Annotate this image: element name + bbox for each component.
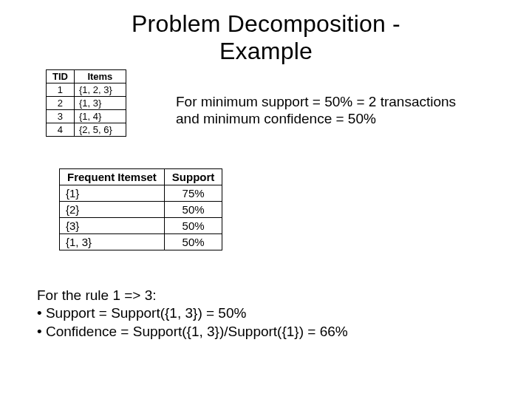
transactions-table: TID Items 1 {1, 2, 3} 2 {1, 3} 3 {1, 4} … — [46, 69, 126, 137]
table-row: {3} 50% — [60, 217, 222, 233]
cell-tid: 4 — [47, 123, 75, 136]
title-line-1: Problem Decomposition - — [132, 10, 400, 37]
cell-support: 50% — [164, 217, 222, 233]
table-row: 4 {2, 5, 6} — [47, 123, 126, 136]
table-header-row: TID Items — [47, 69, 126, 83]
table-row: {2} 50% — [60, 201, 222, 217]
rule-line-2: • Support = Support({1, 3}) = 50% — [37, 304, 348, 323]
table-row: 3 {1, 4} — [47, 109, 126, 123]
cell-itemset: {2} — [60, 201, 165, 217]
cell-items: {2, 5, 6} — [74, 123, 126, 136]
cell-support: 75% — [164, 185, 222, 201]
slide-title: Problem Decomposition - Example — [0, 0, 532, 65]
cell-items: {1, 3} — [74, 96, 126, 109]
th-tid: TID — [47, 69, 75, 83]
title-line-2: Example — [219, 38, 313, 64]
table-header-row: Frequent Itemset Support — [60, 168, 222, 185]
th-frequent-itemset: Frequent Itemset — [60, 168, 165, 185]
cell-itemset: {1} — [60, 185, 165, 201]
frequent-itemset-table: Frequent Itemset Support {1} 75% {2} 50%… — [59, 168, 222, 250]
cell-support: 50% — [164, 201, 222, 217]
support-line-1: For minimum support = 50% = 2 transactio… — [176, 94, 456, 109]
table-row: 2 {1, 3} — [47, 96, 126, 109]
rule-line-3: • Confidence = Support({1, 3})/Support({… — [37, 323, 348, 341]
table-row: {1, 3} 50% — [60, 233, 222, 250]
cell-tid: 2 — [47, 96, 75, 109]
table-row: 1 {1, 2, 3} — [47, 83, 126, 96]
cell-items: {1, 4} — [74, 109, 126, 123]
th-items: Items — [74, 69, 126, 83]
support-line-2: and minimum confidence = 50% — [176, 111, 376, 126]
cell-tid: 1 — [47, 83, 75, 96]
table-row: {1} 75% — [60, 185, 222, 201]
support-condition-text: For minimum support = 50% = 2 transactio… — [176, 93, 456, 129]
cell-items: {1, 2, 3} — [74, 83, 126, 96]
cell-itemset: {3} — [60, 217, 165, 233]
cell-tid: 3 — [47, 109, 75, 123]
cell-support: 50% — [164, 233, 222, 250]
rule-line-1: For the rule 1 => 3: — [37, 287, 348, 305]
rule-derivation: For the rule 1 => 3: • Support = Support… — [37, 287, 348, 341]
cell-itemset: {1, 3} — [60, 233, 165, 250]
th-support: Support — [164, 168, 222, 185]
